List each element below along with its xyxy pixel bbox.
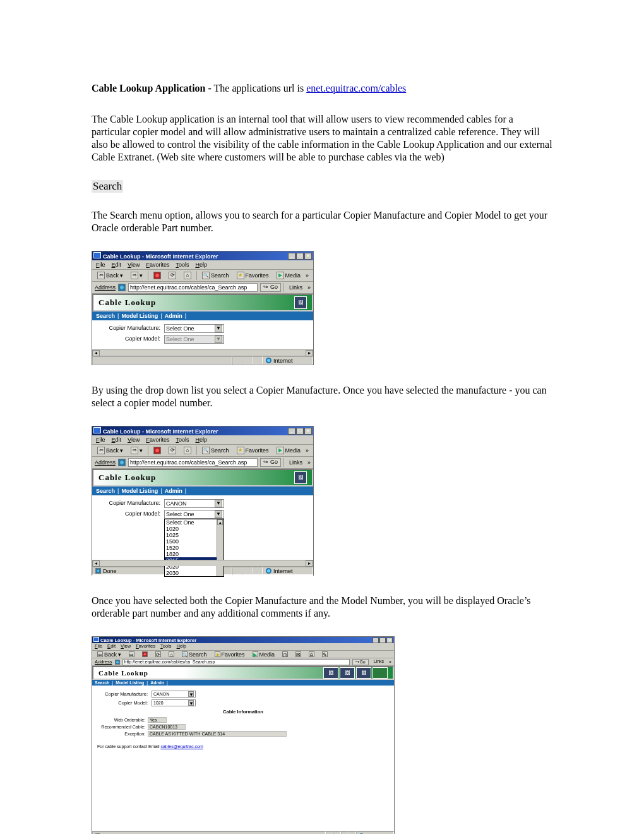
option[interactable]: 1520 [165,545,224,551]
forward-button[interactable] [126,650,137,660]
toolbar-overflow-icon[interactable]: » [306,272,309,279]
address-input[interactable] [128,283,258,292]
favorites-button[interactable]: Favorites [234,270,271,281]
links-overflow-icon[interactable]: » [389,660,391,664]
minimize-button[interactable]: _ [288,253,295,260]
support-email-link[interactable]: cables@equitrac.com [160,744,203,749]
favorites-button[interactable]: Favorites [234,445,271,456]
select-manufacture[interactable]: CANON▼ [152,691,196,698]
minimize-button[interactable]: _ [373,638,379,643]
refresh-button[interactable] [166,445,179,456]
go-button[interactable]: ↪ Go [260,283,281,292]
nav-search[interactable]: Search [96,313,115,319]
option[interactable]: 1025 [165,532,224,538]
links-overflow-icon[interactable]: » [307,459,311,466]
scroll-up-icon[interactable]: ▴ [217,519,223,525]
home-button[interactable] [181,445,194,456]
menu-edit[interactable]: Edit [112,437,122,443]
nav-model-listing[interactable]: Model Listing [116,680,144,685]
address-input[interactable] [122,659,350,665]
horizontal-scrollbar[interactable]: ◂ ▸ [92,349,313,356]
media-button[interactable]: Media [274,445,304,456]
refresh-button[interactable] [153,650,164,660]
media-button[interactable]: Media [274,270,304,281]
stop-button[interactable] [151,270,164,281]
nav-model-listing[interactable]: Model Listing [121,313,158,319]
option[interactable]: 1820 [165,551,224,557]
menu-favorites[interactable]: Favorites [146,437,169,443]
stop-button[interactable] [151,445,164,456]
section-heading-search: Search [92,180,123,193]
edit-button[interactable]: ✎ [319,650,330,660]
option[interactable]: Select One [165,519,224,526]
stop-icon [142,651,148,657]
app-url-link[interactable]: enet.equitrac.com/cables [306,83,406,94]
scroll-left-icon[interactable]: ◂ [92,350,100,356]
select-model[interactable]: 1020▼ [152,699,196,706]
address-label: Address [95,284,116,291]
horizontal-scrollbar[interactable]: ◂ ▸ [92,560,313,566]
back-button[interactable]: Back▾ [95,270,126,281]
menu-help[interactable]: Help [195,262,207,268]
menu-file[interactable]: File [96,437,105,443]
select-model[interactable]: Select One▼ [164,510,224,519]
search-button[interactable]: Search [200,270,232,281]
close-button[interactable]: × [386,638,393,643]
close-button[interactable]: × [304,253,312,260]
menu-edit[interactable]: Edit [112,262,122,268]
scroll-right-icon[interactable]: ▸ [306,350,313,356]
home-button[interactable] [166,650,177,660]
home-button[interactable] [181,270,194,281]
go-button[interactable]: ↪Go [352,659,368,665]
menu-tools[interactable]: Tools [176,437,189,443]
links-button[interactable]: Links [287,459,305,466]
menu-tools[interactable]: Tools [176,262,189,268]
minimize-button[interactable]: _ [288,428,295,435]
nav-search[interactable]: Search [96,488,115,494]
nav-admin[interactable]: Admin [165,313,182,319]
maximize-button[interactable]: □ [296,253,304,260]
maximize-button[interactable]: □ [296,428,304,435]
maximize-button[interactable]: □ [379,638,386,643]
menu-view[interactable]: View [128,437,140,443]
go-button[interactable]: ↪ Go [260,458,281,467]
menu-file[interactable]: File [96,262,105,268]
nav-admin[interactable]: Admin [150,680,164,685]
address-input[interactable] [128,458,258,467]
option[interactable]: 2030 [165,570,224,576]
history-button[interactable]: ◷ [280,650,290,660]
close-button[interactable]: × [304,428,312,435]
select-manufacture[interactable]: Select One▼ [164,324,224,333]
menu-view[interactable]: View [128,262,140,268]
search-button[interactable]: Search [179,650,210,660]
links-button[interactable]: Links [371,659,386,665]
nav-search[interactable]: Search [95,680,109,685]
forward-button[interactable]: ▾ [128,445,145,456]
links-overflow-icon[interactable]: » [307,284,311,291]
stop-button[interactable] [140,650,150,660]
links-button[interactable]: Links [287,284,305,291]
window-title: Cable Lookup - Microsoft Internet Explor… [93,637,196,643]
search-button[interactable]: Search [200,445,232,456]
print-button[interactable]: ⎙ [306,650,317,660]
option[interactable]: 1500 [165,538,224,545]
refresh-button[interactable] [166,270,179,281]
favorites-button[interactable]: Favorites [212,650,247,660]
forward-button[interactable]: ▾ [128,270,145,281]
mail-button[interactable]: ✉ [293,650,304,660]
select-manufacture[interactable]: CANON▼ [164,499,224,508]
scroll-right-icon[interactable]: ▸ [306,560,313,567]
back-button[interactable]: Back▾ [95,445,126,456]
media-button[interactable]: Media [250,650,278,660]
menu-help[interactable]: Help [195,437,207,443]
nav-model-listing[interactable]: Model Listing [121,488,158,494]
nav-admin[interactable]: Admin [165,488,182,494]
media-icon [253,651,258,657]
menu-favorites[interactable]: Favorites [146,262,169,268]
option[interactable]: 1020 [165,526,224,532]
search-paragraph-1: The Search menu option, allows you to se… [92,209,552,234]
toolbar-overflow-icon[interactable]: » [306,447,309,454]
model-dropdown-list[interactable]: Select One 1020 1025 1500 1520 1820 2015… [164,519,224,577]
scroll-left-icon[interactable]: ◂ [92,560,100,567]
back-button[interactable]: Back▾ [95,650,124,660]
